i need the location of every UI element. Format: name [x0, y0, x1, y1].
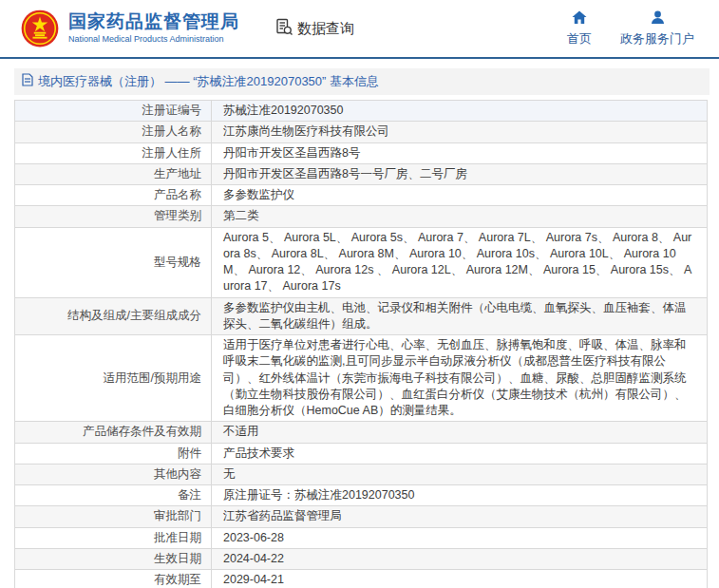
- table-row: 有效期至2029-04-21: [15, 570, 708, 588]
- row-value: 多参数监护仪: [212, 185, 708, 206]
- row-label: 管理类别: [15, 206, 212, 227]
- page-header: 国家药品监督管理局 National Medical Products Admi…: [0, 0, 719, 57]
- row-label: 生产地址: [15, 163, 212, 184]
- table-row: 注册证编号苏械注准20192070350: [15, 101, 708, 122]
- row-label: 备注: [15, 485, 212, 506]
- table-row: 型号规格Aurora 5、 Aurora 5L、 Aurora 5s、 Auro…: [15, 227, 708, 297]
- row-value: 江苏省药品监督管理局: [212, 506, 708, 527]
- header-divider-line: [0, 57, 719, 59]
- home-icon: [572, 10, 587, 28]
- nav-data-query-label: 数据查询: [297, 20, 354, 38]
- table-row: 产品名称多参数监护仪: [15, 185, 708, 206]
- breadcrumb: 境内医疗器械（注册） —— “苏械注准20192070350” 基本信息: [14, 68, 710, 95]
- row-label: 附件: [15, 443, 212, 464]
- info-table-body: 注册证编号苏械注准20192070350注册人名称江苏康尚生物医疗科技有限公司注…: [15, 101, 708, 588]
- row-label: 批准日期: [15, 527, 212, 548]
- row-label: 适用范围/预期用途: [15, 335, 212, 422]
- header-right-nav: 首页 政务服务门户: [567, 10, 719, 47]
- table-row: 产品储存条件及有效期不适用: [15, 422, 708, 443]
- table-row: 附件产品技术要求: [15, 443, 708, 464]
- row-label: 注册证编号: [15, 101, 212, 122]
- table-row: 注册人名称江苏康尚生物医疗科技有限公司: [15, 122, 708, 142]
- registration-info-table: 注册证编号苏械注准20192070350注册人名称江苏康尚生物医疗科技有限公司注…: [14, 100, 708, 588]
- national-emblem-logo: [21, 9, 59, 47]
- row-label: 产品储存条件及有效期: [15, 422, 212, 443]
- row-value: 第二类: [212, 206, 708, 227]
- row-label: 有效期至: [15, 570, 212, 588]
- row-label: 其他内容: [15, 464, 212, 484]
- document-search-icon: [275, 18, 293, 40]
- row-value: 2023-06-28: [212, 527, 708, 548]
- agency-name-en: National Medical Products Administration: [68, 35, 239, 45]
- table-row: 结构及组成/主要组成成分多参数监护仪由主机、电池、记录仪和相关附件（心电电缆、血…: [15, 297, 708, 335]
- table-row: 审批部门江苏省药品监督管理局: [15, 506, 708, 527]
- table-row: 管理类别第二类: [15, 206, 708, 227]
- row-value: 不适用: [212, 422, 708, 443]
- row-value: 2029-04-21: [212, 570, 708, 588]
- row-label: 结构及组成/主要组成成分: [15, 297, 212, 335]
- row-label: 注册人名称: [15, 122, 212, 142]
- person-icon: [651, 10, 665, 28]
- row-value: 产品技术要求: [212, 443, 708, 464]
- table-row: 适用范围/预期用途适用于医疗单位对患者进行心电、心率、无创血压、脉搏氧饱和度、呼…: [15, 335, 708, 422]
- breadcrumb-text: 境内医疗器械（注册） —— “苏械注准20192070350” 基本信息: [38, 73, 379, 90]
- nav-home-label: 首页: [567, 30, 592, 47]
- table-row: 生产地址丹阳市开发区圣昌西路8号一号厂房、二号厂房: [15, 163, 708, 184]
- document-icon: [22, 73, 33, 90]
- row-label: 审批部门: [15, 506, 212, 527]
- agency-title-block: 国家药品监督管理局 National Medical Products Admi…: [68, 12, 239, 45]
- row-value: 2024-04-22: [212, 548, 708, 569]
- table-row: 注册人住所丹阳市开发区圣昌西路8号: [15, 142, 708, 163]
- row-value: 适用于医疗单位对患者进行心电、心率、无创血压、脉搏氧饱和度、呼吸、体温、脉率和呼…: [212, 335, 708, 422]
- row-value: 江苏康尚生物医疗科技有限公司: [212, 122, 708, 142]
- agency-name-cn: 国家药品监督管理局: [68, 12, 239, 32]
- row-label: 产品名称: [15, 185, 212, 206]
- row-value: 苏械注准20192070350: [212, 101, 708, 122]
- nav-data-query[interactable]: 数据查询: [275, 18, 354, 40]
- row-value: 多参数监护仪由主机、电池、记录仪和相关附件（心电电缆、血氧探头、血压袖套、体温探…: [212, 297, 708, 335]
- row-value: 丹阳市开发区圣昌西路8号一号厂房、二号厂房: [212, 163, 708, 184]
- nav-gov-portal[interactable]: 政务服务门户: [620, 10, 694, 47]
- table-row: 批准日期2023-06-28: [15, 527, 708, 548]
- row-label: 注册人住所: [15, 142, 212, 163]
- row-value: 丹阳市开发区圣昌西路8号: [212, 142, 708, 163]
- nav-gov-portal-label: 政务服务门户: [620, 30, 694, 47]
- row-value: 原注册证号：苏械注准20192070350: [212, 485, 708, 506]
- table-row: 其他内容无: [15, 464, 708, 484]
- row-label: 生效日期: [15, 548, 212, 569]
- row-value: 无: [212, 464, 708, 484]
- table-row: 生效日期2024-04-22: [15, 548, 708, 569]
- table-row: 备注原注册证号：苏械注准20192070350: [15, 485, 708, 506]
- nav-home[interactable]: 首页: [567, 10, 592, 47]
- row-label: 型号规格: [15, 227, 212, 297]
- row-value: Aurora 5、 Aurora 5L、 Aurora 5s、 Aurora 7…: [212, 227, 708, 297]
